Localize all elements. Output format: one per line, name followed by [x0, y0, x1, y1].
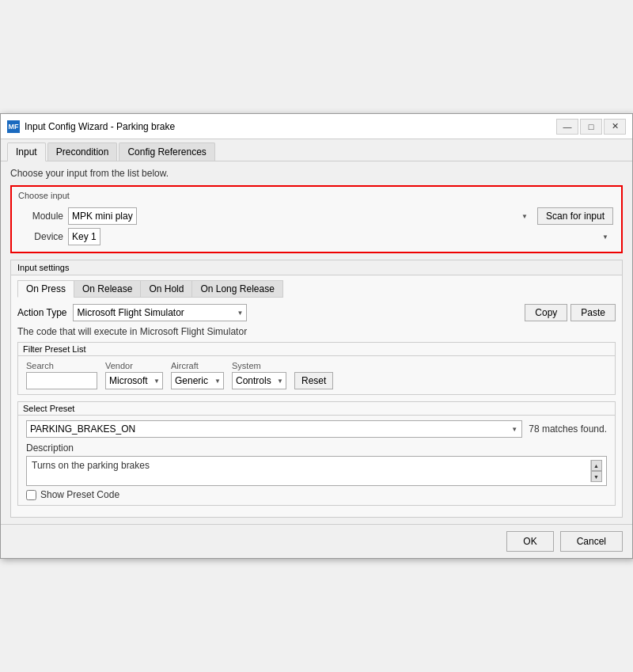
- choose-input-section: Choose input Module MPK mini play Scan f…: [10, 185, 623, 253]
- reset-button[interactable]: Reset: [294, 372, 333, 389]
- action-type-select[interactable]: Microsoft Flight Simulator: [73, 304, 247, 321]
- action-row: Action Type Microsoft Flight Simulator ▼…: [17, 304, 616, 321]
- device-select[interactable]: Key 1: [68, 228, 100, 245]
- module-select-wrapper: MPK mini play: [68, 207, 533, 225]
- show-preset-code-row: Show Preset Code: [26, 489, 607, 500]
- cancel-button[interactable]: Cancel: [560, 531, 623, 552]
- search-input[interactable]: [26, 372, 97, 389]
- module-label: Module: [20, 211, 63, 222]
- scroll-up-button[interactable]: ▲: [591, 460, 602, 471]
- preset-select[interactable]: PARKING_BRAKES_ON: [26, 420, 522, 438]
- scan-for-input-button[interactable]: Scan for input: [537, 207, 613, 225]
- choose-input-inner: Module MPK mini play Scan for input Devi…: [12, 201, 621, 252]
- device-select-wrapper: Key 1: [68, 228, 613, 245]
- action-left: Action Type Microsoft Flight Simulator ▼: [17, 304, 247, 321]
- matches-text: 78 matches found.: [529, 423, 607, 435]
- filter-system-col: System Controls: [232, 361, 286, 389]
- vendor-label: Vendor: [105, 361, 163, 370]
- select-preset-title: Select Preset: [18, 402, 615, 416]
- input-settings-content: On Press On Release On Hold On Long Rele…: [11, 275, 622, 517]
- subtab-on-hold[interactable]: On Hold: [140, 280, 191, 298]
- system-label: System: [232, 361, 286, 370]
- subtab-on-long-release[interactable]: On Long Release: [191, 280, 282, 298]
- maximize-button[interactable]: □: [580, 119, 602, 135]
- scroll-down-button[interactable]: ▼: [591, 471, 602, 482]
- action-type-label: Action Type: [17, 307, 66, 318]
- filter-row: Search Vendor Microsoft: [26, 361, 607, 389]
- select-preset-content: PARKING_BRAKES_ON 78 matches found. Desc…: [18, 416, 615, 505]
- subtab-on-release[interactable]: On Release: [74, 280, 140, 298]
- code-note: The code that will execute in Microsoft …: [17, 326, 616, 337]
- module-row: Module MPK mini play Scan for input: [20, 207, 613, 225]
- aircraft-select[interactable]: Generic: [171, 372, 224, 389]
- vendor-select-wrapper: Microsoft: [105, 372, 163, 389]
- tab-precondition[interactable]: Precondition: [47, 142, 118, 161]
- show-preset-code-checkbox[interactable]: [26, 490, 36, 500]
- aircraft-label: Aircraft: [171, 361, 224, 370]
- copy-button[interactable]: Copy: [525, 304, 567, 321]
- show-preset-code-label: Show Preset Code: [40, 489, 119, 500]
- input-settings-section: Input settings On Press On Release On Ho…: [10, 260, 623, 518]
- filter-aircraft-col: Aircraft Generic: [171, 361, 224, 389]
- preset-row: PARKING_BRAKES_ON 78 matches found.: [26, 420, 607, 438]
- preset-select-wrapper: PARKING_BRAKES_ON: [26, 420, 522, 438]
- close-button[interactable]: ✕: [604, 119, 626, 135]
- description-label: Description: [26, 442, 607, 454]
- subtitle-text: Choose your input from the list below.: [10, 168, 623, 179]
- filter-vendor-col: Vendor Microsoft: [105, 361, 163, 389]
- filter-preset-title: Filter Preset List: [18, 343, 615, 356]
- device-row: Device Key 1: [20, 228, 613, 245]
- search-label: Search: [26, 361, 97, 370]
- aircraft-select-wrapper: Generic: [171, 372, 224, 389]
- tab-input[interactable]: Input: [7, 142, 46, 161]
- module-select[interactable]: MPK mini play: [68, 207, 137, 225]
- window-title: Input Config Wizard - Parking brake: [25, 121, 556, 132]
- filter-preset-section: Filter Preset List Search Vendor: [17, 342, 616, 395]
- main-window: MF Input Config Wizard - Parking brake —…: [0, 113, 633, 559]
- tab-bar: Input Precondition Config References: [1, 139, 632, 161]
- subtab-on-press[interactable]: On Press: [17, 280, 74, 298]
- select-preset-section: Select Preset PARKING_BRAKES_ON 78 match…: [17, 401, 616, 506]
- title-bar-controls: — □ ✕: [556, 119, 626, 135]
- input-settings-header: Input settings: [11, 260, 622, 275]
- paste-button[interactable]: Paste: [570, 304, 616, 321]
- description-text: Turns on the parking brakes: [32, 460, 590, 482]
- system-select-wrapper: Controls: [232, 372, 286, 389]
- description-scrollbar[interactable]: ▲ ▼: [590, 460, 601, 482]
- ok-button[interactable]: OK: [506, 531, 553, 552]
- vendor-select[interactable]: Microsoft: [105, 372, 163, 389]
- footer: OK Cancel: [1, 524, 632, 558]
- app-icon: MF: [7, 120, 20, 133]
- filter-content: Search Vendor Microsoft: [18, 356, 615, 394]
- main-content: Choose your input from the list below. C…: [1, 161, 632, 524]
- title-bar: MF Input Config Wizard - Parking brake —…: [1, 114, 632, 139]
- filter-search-col: Search: [26, 361, 97, 389]
- minimize-button[interactable]: —: [556, 119, 578, 135]
- subtabs: On Press On Release On Hold On Long Rele…: [17, 280, 616, 298]
- description-box: Turns on the parking brakes ▲ ▼: [26, 456, 607, 486]
- choose-input-label: Choose input: [18, 191, 70, 200]
- action-right: Copy Paste: [525, 304, 616, 321]
- system-select[interactable]: Controls: [232, 372, 286, 389]
- action-type-select-wrapper: Microsoft Flight Simulator ▼: [73, 304, 247, 321]
- device-label: Device: [20, 231, 63, 242]
- tab-config-references[interactable]: Config References: [119, 142, 214, 161]
